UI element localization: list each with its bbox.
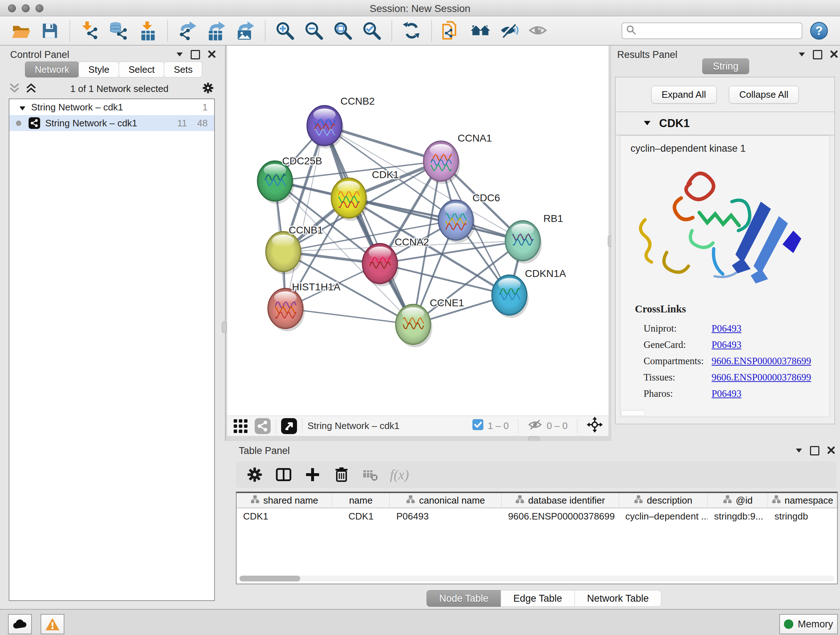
table-row[interactable]: CDK1CDK1P064939606.ENSP00000378699cyclin… (237, 508, 837, 524)
hide-selected-icon[interactable] (499, 21, 519, 41)
fit-content-crosshair-icon[interactable] (587, 417, 603, 435)
namespace-tree-icon (250, 495, 260, 506)
crosslink-link[interactable]: P06493 (712, 339, 742, 350)
network-node-cdc25b[interactable]: CDC25B (257, 155, 322, 204)
show-columns-icon[interactable] (273, 464, 294, 485)
import-network-icon[interactable] (80, 21, 100, 41)
tab-network[interactable]: Network (25, 62, 79, 78)
network-canvas[interactable]: CCNB2CCNA1CDC25BCDK1CDC6RB1CCNB1CCNA2CDK… (227, 46, 608, 416)
network-edge (325, 126, 413, 325)
node-label: CDKN1A (525, 268, 566, 279)
export-image-icon[interactable] (235, 21, 256, 41)
network-node-hist1h1a[interactable]: HIST1H1A (268, 281, 340, 331)
network-collection-row[interactable]: String Network – cdk1 1 (9, 99, 214, 115)
column-header-name[interactable]: name (332, 493, 390, 508)
crosslink-row: Tissues:9606.ENSP00000378699 (644, 369, 817, 386)
cloud-button[interactable] (8, 614, 32, 634)
string-app-icon (28, 117, 40, 129)
column-header-namespace[interactable]: namespace (768, 493, 837, 508)
open-folder-icon[interactable] (11, 21, 31, 41)
window-title: Session: New Session (0, 3, 840, 14)
network-node-cdkn1a[interactable]: CDKN1A (492, 268, 566, 318)
hidden-eye-icon[interactable] (528, 418, 542, 434)
network-node-ccne1[interactable]: CCNE1 (395, 297, 464, 347)
float-table-icon[interactable] (810, 446, 819, 455)
zoom-selected-icon[interactable] (362, 21, 382, 41)
tab-network-table[interactable]: Network Table (575, 590, 662, 607)
search-icon (626, 25, 637, 37)
cloud-icon (13, 619, 27, 629)
collapse-panel-icon[interactable] (177, 51, 183, 58)
close-table-icon[interactable] (827, 447, 835, 455)
tab-edge-table[interactable]: Edge Table (501, 590, 575, 607)
column-header-label: shared name (264, 495, 318, 506)
export-network-icon[interactable] (177, 21, 197, 41)
home-multiple-icon[interactable] (470, 21, 491, 41)
crosslink-link[interactable]: 9606.ENSP00000378699 (712, 356, 811, 367)
tab-string[interactable]: String (702, 58, 750, 74)
gene-collapse-icon[interactable] (644, 120, 651, 127)
selected-checkbox-icon[interactable] (472, 419, 483, 432)
column-header--id[interactable]: @id (707, 493, 768, 508)
network-node-rb1[interactable]: RB1 (505, 213, 563, 264)
network-item-row[interactable]: String Network – cdk1 11 48 (9, 115, 214, 131)
warnings-button[interactable] (41, 614, 65, 634)
zoom-in-icon[interactable] (275, 21, 295, 41)
zoom-out-icon[interactable] (304, 21, 324, 41)
birds-eye-view-icon[interactable] (233, 418, 248, 434)
collapse-all-button[interactable]: Collapse All (729, 86, 799, 103)
table-hscrollbar-thumb[interactable] (240, 576, 300, 581)
collapse-results-icon[interactable] (799, 51, 805, 58)
create-column-plus-icon[interactable] (302, 464, 323, 485)
results-scrollbar[interactable] (621, 410, 645, 416)
node-label: RB1 (543, 213, 563, 224)
delete-column-trash-icon[interactable] (332, 464, 352, 485)
node-label: CDC25B (282, 155, 322, 166)
save-icon[interactable] (40, 21, 60, 41)
import-database-icon[interactable] (109, 21, 129, 41)
network-options-gear-icon[interactable] (202, 82, 214, 96)
export-table-icon[interactable] (206, 21, 226, 41)
tab-select[interactable]: Select (118, 62, 164, 78)
node-label: CCNB1 (289, 225, 323, 236)
network-node-ccnb1[interactable]: CCNB1 (265, 225, 323, 274)
column-header-shared-name[interactable]: shared name (237, 493, 332, 508)
collapse-table-icon[interactable] (796, 448, 802, 454)
column-header-canonical-name[interactable]: canonical name (390, 493, 501, 508)
crosslink-row: Pharos:P06493 (644, 386, 817, 402)
tab-node-table[interactable]: Node Table (426, 590, 501, 607)
tab-style[interactable]: Style (79, 62, 119, 78)
search-input[interactable] (639, 25, 798, 36)
refresh-icon[interactable] (401, 21, 422, 41)
close-panel-icon[interactable] (208, 50, 216, 59)
help-button[interactable]: ? (809, 21, 829, 41)
float-results-icon[interactable] (813, 50, 822, 59)
tree-expand-icon[interactable] (19, 102, 25, 113)
table-settings-gear-icon[interactable] (245, 464, 265, 485)
open-in-window-icon[interactable] (281, 418, 297, 434)
expand-all-tree-icon[interactable] (25, 83, 37, 95)
network-node-cdc6[interactable]: CDC6 (438, 192, 500, 243)
crosslink-link[interactable]: P06493 (712, 323, 742, 334)
string-network-badge-icon[interactable] (255, 418, 271, 434)
node-count: 11 (177, 118, 187, 129)
network-node-ccnb2[interactable]: CCNB2 (307, 96, 375, 149)
column-header-description[interactable]: description (619, 493, 708, 508)
close-results-icon[interactable] (830, 50, 838, 59)
gene-details: cyclin–dependent kinase 1 (620, 135, 830, 417)
show-all-icon[interactable] (528, 21, 548, 41)
collapse-all-tree-icon[interactable] (9, 83, 20, 95)
tab-sets[interactable]: Sets (164, 62, 202, 78)
crosslink-link[interactable]: P06493 (712, 388, 742, 399)
memory-button[interactable]: Memory (779, 614, 838, 634)
float-panel-icon[interactable] (191, 50, 200, 59)
zoom-fit-icon[interactable] (333, 21, 353, 41)
document-share-icon[interactable] (441, 21, 462, 41)
crosslink-link[interactable]: 9606.ENSP00000378699 (712, 372, 811, 383)
import-table-icon[interactable] (137, 21, 158, 41)
left-splitter-handle[interactable] (222, 321, 227, 333)
gene-section-header[interactable]: CDK1 (616, 112, 834, 135)
table-cell: P06493 (390, 508, 502, 524)
column-header-database-identifier[interactable]: database identifier (502, 493, 619, 508)
expand-all-button[interactable]: Expand All (651, 86, 717, 103)
